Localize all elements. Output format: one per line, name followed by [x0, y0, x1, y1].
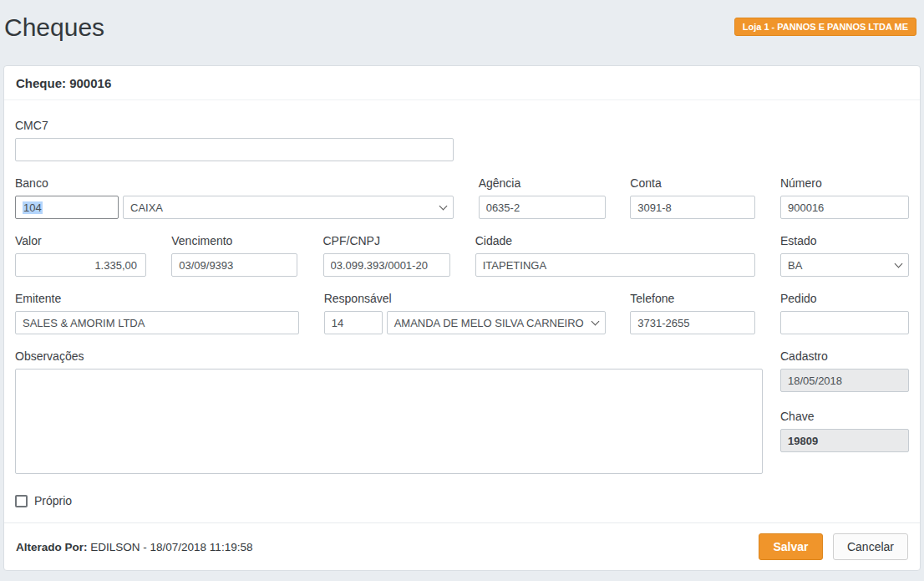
row-emitente: Emitente Responsável AMANDA DE MELO SILV…: [15, 292, 909, 334]
estado-select[interactable]: BA: [780, 253, 909, 277]
field-cidade: Cidade: [475, 234, 755, 277]
chave-input: [780, 429, 909, 452]
field-vencimento: Vencimento: [171, 234, 297, 277]
cheque-form: CMC7 Banco 104 CAIXA: [4, 100, 920, 507]
agencia-label: Agência: [479, 176, 606, 191]
numero-label: Número: [780, 176, 909, 191]
cidade-input[interactable]: [475, 253, 755, 277]
conta-label: Conta: [630, 176, 755, 191]
card-title: Cheque: 900016: [16, 76, 111, 90]
banco-code-selected-text: 104: [23, 201, 43, 214]
cmc7-input[interactable]: [15, 138, 454, 161]
valor-input[interactable]: [15, 253, 146, 277]
observacoes-label: Observações: [15, 349, 763, 364]
cpf-cnpj-input[interactable]: [323, 253, 450, 277]
banco-label: Banco: [15, 176, 454, 191]
banco-select[interactable]: CAIXA: [123, 196, 454, 219]
proprio-checkbox[interactable]: [15, 495, 28, 507]
conta-input[interactable]: [630, 196, 755, 219]
cancel-button[interactable]: Cancelar: [833, 533, 908, 560]
field-observacoes: Observações: [15, 349, 763, 474]
proprio-label: Próprio: [34, 494, 72, 507]
chevron-down-icon: [439, 201, 448, 210]
field-telefone: Telefone: [630, 292, 755, 334]
field-cadastro: Cadastro: [780, 349, 909, 392]
estado-label: Estado: [780, 234, 909, 248]
row-banco: Banco 104 CAIXA Agência: [15, 176, 909, 219]
field-numero: Número: [780, 176, 909, 219]
estado-select-value: BA: [788, 259, 802, 272]
field-cpf-cnpj: CPF/CNPJ: [323, 234, 450, 277]
responsavel-select[interactable]: AMANDA DE MELO SILVA CARNEIRO: [387, 311, 606, 334]
card-header: Cheque: 900016: [4, 66, 920, 100]
cadastro-label: Cadastro: [780, 349, 909, 364]
valor-label: Valor: [15, 234, 146, 248]
pedido-label: Pedido: [780, 292, 909, 306]
banco-group: 104 CAIXA: [15, 196, 454, 219]
responsavel-group: AMANDA DE MELO SILVA CARNEIRO: [324, 311, 606, 334]
field-responsavel: Responsável AMANDA DE MELO SILVA CARNEIR…: [324, 292, 606, 334]
row-proprio: Próprio: [15, 494, 909, 507]
altered-by-value: EDILSON - 18/07/2018 11:19:58: [90, 541, 252, 553]
emitente-input[interactable]: [15, 311, 299, 334]
responsavel-select-value: AMANDA DE MELO SILVA CARNEIRO: [394, 317, 584, 329]
store-badge: Loja 1 - PANNOS E PANNOS LTDA ME: [734, 18, 916, 36]
telefone-input[interactable]: [630, 311, 755, 334]
footer-buttons: Salvar Cancelar: [759, 533, 908, 560]
field-cmc7: CMC7: [15, 119, 454, 161]
responsavel-label: Responsável: [324, 292, 606, 306]
save-button[interactable]: Salvar: [759, 533, 822, 560]
cheque-card: Cheque: 900016 CMC7 Banco 104: [3, 65, 921, 571]
row-cmc7: CMC7: [15, 119, 909, 161]
altered-by-text: Alterado Por: EDILSON - 18/07/2018 11:19…: [16, 541, 252, 553]
field-agencia: Agência: [479, 176, 606, 219]
chevron-down-icon: [895, 259, 903, 268]
row-observacoes: Observações Cadastro Chave: [15, 349, 909, 474]
chave-label: Chave: [780, 410, 909, 424]
field-emitente: Emitente: [15, 292, 299, 334]
page-title: Cheques: [4, 9, 104, 46]
field-conta: Conta: [630, 176, 755, 219]
altered-by-label: Alterado Por:: [16, 541, 88, 553]
vencimento-input[interactable]: [171, 253, 297, 277]
telefone-label: Telefone: [630, 292, 755, 306]
card-footer: Alterado Por: EDILSON - 18/07/2018 11:19…: [4, 522, 920, 570]
field-valor: Valor: [15, 234, 146, 277]
observacoes-textarea[interactable]: [15, 369, 763, 474]
pedido-input[interactable]: [780, 311, 909, 334]
field-pedido: Pedido: [780, 292, 909, 334]
side-column: Cadastro Chave: [780, 349, 909, 474]
page: Cheques Loja 1 - PANNOS E PANNOS LTDA ME…: [0, 0, 924, 581]
row-valor: Valor Vencimento CPF/CNPJ Cidade Estado: [15, 234, 909, 277]
field-chave: Chave: [780, 410, 909, 452]
emitente-label: Emitente: [15, 292, 299, 306]
responsavel-code-input[interactable]: [324, 311, 383, 334]
banco-code-input[interactable]: 104: [15, 196, 119, 219]
chevron-down-icon: [591, 317, 599, 325]
banco-select-value: CAIXA: [130, 201, 163, 214]
cpf-cnpj-label: CPF/CNPJ: [323, 234, 450, 248]
cadastro-input: [780, 369, 909, 392]
agencia-input[interactable]: [479, 196, 606, 219]
cmc7-label: CMC7: [15, 119, 454, 133]
page-header: Cheques Loja 1 - PANNOS E PANNOS LTDA ME: [0, 0, 924, 65]
vencimento-label: Vencimento: [171, 234, 297, 248]
cidade-label: Cidade: [475, 234, 755, 248]
field-banco: Banco 104 CAIXA: [15, 176, 454, 219]
field-estado: Estado BA: [780, 234, 909, 277]
numero-input[interactable]: [780, 196, 909, 219]
